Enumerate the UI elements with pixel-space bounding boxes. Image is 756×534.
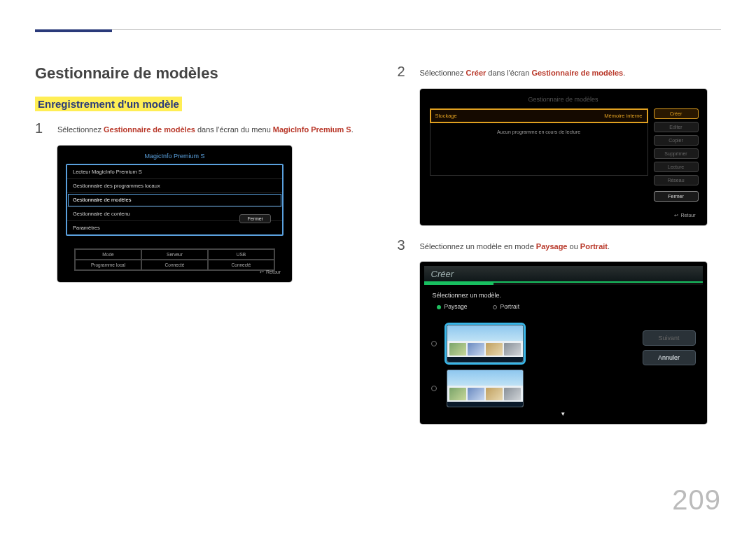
t: .: [623, 69, 625, 77]
t: dans l'écran du menu: [195, 125, 273, 134]
t: Gestionnaire de modèles: [104, 125, 195, 134]
play-button[interactable]: Lecture: [654, 162, 699, 172]
close-button[interactable]: Fermer: [654, 191, 699, 202]
chevron-down-icon[interactable]: ▾: [561, 410, 565, 417]
return-icon[interactable]: Retour: [260, 269, 281, 275]
t: Portrait: [580, 242, 608, 251]
t: Sélectionnez: [57, 125, 104, 134]
radio-unselected-icon: [493, 305, 497, 309]
menu-list: Lecteur MagicInfo Premium S Gestionnaire…: [66, 164, 284, 236]
panel-title: Gestionnaire de modèles: [424, 93, 703, 107]
option-label: Portrait: [500, 303, 519, 310]
menu-item[interactable]: Gestionnaire des programmes locaux: [67, 179, 282, 193]
grid-cell: Programme local: [75, 260, 141, 270]
network-button[interactable]: Réseau: [654, 175, 699, 185]
status-grid: Mode Serveur USB Programme local Connect…: [74, 248, 275, 271]
t: MagicInfo Premium S: [273, 125, 351, 134]
screenshot-create: Créer Sélectionnez un modèle. Paysage Po…: [420, 262, 707, 424]
option-portrait[interactable]: Portrait: [493, 303, 519, 310]
t: Gestionnaire de modèles: [531, 69, 623, 77]
t: .: [351, 125, 354, 134]
radio-selected-icon: [437, 305, 441, 309]
grid-cell: Mode: [75, 249, 141, 260]
t: Sélectionnez un modèle en mode: [420, 242, 536, 251]
screenshot-manager: Gestionnaire de modèles Stockage Mémoire…: [420, 89, 707, 225]
dialog-header: Créer: [424, 266, 703, 283]
panel-title: MagicInfo Premium S: [62, 150, 288, 164]
page-number: 209: [672, 484, 721, 516]
option-label: Paysage: [444, 303, 468, 310]
step-number: 1: [35, 121, 46, 136]
page-title: Gestionnaire de modèles: [35, 64, 359, 83]
empty-message: Aucun programme en cours de lecture: [430, 123, 648, 176]
edit-button[interactable]: Editer: [654, 122, 699, 132]
grid-cell: Serveur: [141, 249, 208, 260]
next-button[interactable]: Suivant: [643, 330, 696, 346]
header-rule: [35, 29, 721, 30]
step-text: Sélectionnez un modèle en mode Paysage o…: [420, 238, 610, 253]
copy-button[interactable]: Copier: [654, 135, 699, 146]
t: .: [608, 242, 610, 251]
menu-item-selected[interactable]: Gestionnaire de modèles: [67, 193, 282, 207]
left-column: Gestionnaire de modèles Enregistrement d…: [35, 64, 359, 424]
t: dans l'écran: [486, 69, 531, 77]
step-1: 1 Sélectionnez Gestionnaire de modèles d…: [35, 121, 359, 136]
orientation-options: Paysage Portrait: [424, 303, 703, 316]
menu-item[interactable]: Lecteur MagicInfo Premium S: [67, 165, 282, 179]
close-button[interactable]: Fermer: [239, 214, 271, 223]
radio-icon: [431, 341, 437, 346]
t: Paysage: [536, 242, 568, 251]
grid-cell: Connecté: [141, 260, 208, 270]
dialog-title: Créer: [424, 269, 454, 279]
t: Créer: [466, 69, 486, 77]
step-3: 3 Sélectionnez un modèle en mode Paysage…: [398, 238, 722, 253]
template-gallery: [431, 325, 633, 413]
step-text: Sélectionnez Gestionnaire de modèles dan…: [57, 121, 354, 136]
radio-icon: [431, 386, 437, 391]
tab-storage[interactable]: Stockage: [431, 110, 539, 122]
step-2: 2 Sélectionnez Créer dans l'écran Gestio…: [398, 64, 722, 79]
delete-button[interactable]: Supprimer: [654, 148, 699, 159]
storage-tabs: Stockage Mémoire interne: [430, 108, 648, 123]
template-thumbnail-selected[interactable]: [447, 325, 524, 363]
create-button[interactable]: Créer: [654, 108, 699, 119]
template-thumbnail[interactable]: [447, 370, 524, 407]
t: Sélectionnez: [420, 69, 466, 77]
t: ou: [568, 242, 580, 251]
return-icon[interactable]: Retour: [674, 213, 695, 218]
tab-internal-memory[interactable]: Mémoire interne: [539, 110, 647, 122]
cancel-button[interactable]: Annuler: [643, 350, 696, 365]
dialog-side-buttons: Suivant Annuler: [643, 330, 696, 365]
template-row[interactable]: [431, 325, 633, 363]
option-landscape[interactable]: Paysage: [437, 303, 468, 310]
side-buttons: Créer Editer Copier Supprimer Lecture Ré…: [654, 108, 699, 202]
grid-cell: Connecté: [208, 260, 274, 270]
screenshot-menu: MagicInfo Premium S Lecteur MagicInfo Pr…: [57, 146, 292, 282]
header-accent: [35, 29, 112, 32]
right-column: 2 Sélectionnez Créer dans l'écran Gestio…: [398, 64, 722, 424]
step-number: 3: [398, 238, 409, 253]
section-subheading: Enregistrement d'un modèle: [35, 97, 182, 111]
dialog-subtitle: Sélectionnez un modèle.: [424, 285, 703, 303]
step-text: Sélectionnez Créer dans l'écran Gestionn…: [420, 64, 626, 79]
grid-cell: USB: [208, 249, 274, 260]
step-number: 2: [398, 64, 409, 79]
template-row[interactable]: [431, 370, 633, 407]
